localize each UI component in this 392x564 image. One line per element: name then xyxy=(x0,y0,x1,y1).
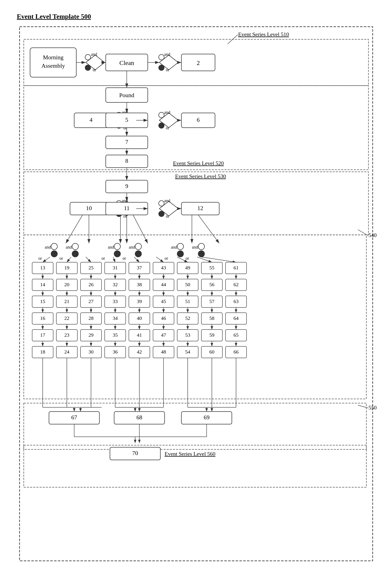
svg-text:27: 27 xyxy=(89,299,94,304)
svg-text:34: 34 xyxy=(113,315,118,321)
svg-text:26: 26 xyxy=(89,282,94,287)
svg-text:29: 29 xyxy=(89,332,94,338)
svg-line-116 xyxy=(43,257,50,262)
svg-text:56: 56 xyxy=(209,282,214,287)
svg-line-152 xyxy=(86,257,91,262)
svg-text:33: 33 xyxy=(113,299,118,304)
svg-text:30: 30 xyxy=(89,349,94,354)
svg-line-91 xyxy=(198,215,219,243)
svg-text:64: 64 xyxy=(233,315,239,321)
svg-text:36: 36 xyxy=(113,349,118,354)
svg-text:or: or xyxy=(166,214,169,218)
svg-text:63: 63 xyxy=(233,299,239,304)
svg-text:13: 13 xyxy=(40,265,45,270)
main-diagram: Event Series Level 510 Morning Assembly … xyxy=(17,25,375,563)
svg-line-89 xyxy=(133,215,148,243)
svg-text:10: 10 xyxy=(86,205,92,211)
svg-text:61: 61 xyxy=(233,265,239,270)
svg-text:66: 66 xyxy=(233,349,239,354)
page-title: Event Level Template 500 xyxy=(17,13,375,20)
svg-point-76 xyxy=(159,211,164,217)
svg-point-110 xyxy=(177,251,184,257)
svg-text:and: and xyxy=(66,245,72,249)
svg-text:19: 19 xyxy=(64,265,69,270)
svg-point-10 xyxy=(85,65,91,70)
svg-rect-278 xyxy=(24,403,366,449)
svg-text:20: 20 xyxy=(64,282,69,287)
svg-text:16: 16 xyxy=(40,315,45,321)
svg-text:and: and xyxy=(164,52,170,56)
svg-text:28: 28 xyxy=(89,315,94,321)
svg-text:and: and xyxy=(164,198,170,203)
svg-text:Event Series Level 520: Event Series Level 520 xyxy=(173,160,224,166)
svg-text:68: 68 xyxy=(136,414,142,421)
svg-text:67: 67 xyxy=(71,414,77,421)
svg-text:15: 15 xyxy=(40,299,45,304)
svg-point-45 xyxy=(159,123,164,128)
svg-line-260 xyxy=(201,257,236,262)
svg-text:48: 48 xyxy=(161,349,166,354)
svg-text:and: and xyxy=(171,245,177,249)
svg-point-9 xyxy=(85,55,91,60)
svg-text:8: 8 xyxy=(125,157,128,164)
svg-text:39: 39 xyxy=(137,299,142,304)
svg-point-101 xyxy=(114,243,121,250)
svg-text:70: 70 xyxy=(132,450,138,456)
svg-point-114 xyxy=(198,251,204,257)
svg-text:50: 50 xyxy=(185,282,190,287)
svg-line-170 xyxy=(113,257,115,262)
svg-text:59: 59 xyxy=(209,332,214,338)
svg-text:51: 51 xyxy=(185,299,190,304)
svg-line-134 xyxy=(67,257,71,262)
svg-text:and: and xyxy=(164,110,170,115)
svg-text:or: or xyxy=(166,68,169,72)
svg-point-105 xyxy=(135,243,141,250)
svg-text:44: 44 xyxy=(161,282,166,287)
svg-text:9: 9 xyxy=(125,183,128,189)
svg-point-106 xyxy=(135,251,141,257)
svg-text:and: and xyxy=(45,245,51,249)
svg-text:and: and xyxy=(129,245,135,249)
svg-text:12: 12 xyxy=(197,205,203,211)
svg-text:Event Series Level 530: Event Series Level 530 xyxy=(175,173,226,179)
svg-text:62: 62 xyxy=(233,282,239,287)
svg-text:25: 25 xyxy=(89,265,94,270)
svg-point-75 xyxy=(159,201,164,206)
svg-text:or: or xyxy=(59,256,63,261)
svg-text:22: 22 xyxy=(64,315,69,321)
svg-text:Clean: Clean xyxy=(119,59,134,66)
svg-text:Morning: Morning xyxy=(43,54,64,61)
svg-text:6: 6 xyxy=(197,116,200,123)
svg-text:or: or xyxy=(122,256,126,261)
svg-text:32: 32 xyxy=(113,282,118,287)
svg-text:55: 55 xyxy=(209,265,214,270)
svg-point-98 xyxy=(72,251,78,257)
svg-text:23: 23 xyxy=(64,332,69,338)
svg-text:69: 69 xyxy=(204,414,210,421)
event-series-510-label: Event Series Level 510 xyxy=(238,31,289,37)
svg-text:52: 52 xyxy=(185,315,190,321)
svg-text:57: 57 xyxy=(209,299,214,304)
svg-text:18: 18 xyxy=(40,349,45,354)
svg-text:Assembly: Assembly xyxy=(41,62,65,69)
svg-line-242 xyxy=(197,257,212,262)
svg-text:14: 14 xyxy=(40,282,45,287)
svg-text:7: 7 xyxy=(125,139,128,145)
svg-text:or: or xyxy=(93,68,96,72)
svg-text:24: 24 xyxy=(64,349,69,354)
svg-text:38: 38 xyxy=(137,282,142,287)
svg-text:4: 4 xyxy=(90,116,93,123)
svg-text:54: 54 xyxy=(185,349,190,354)
svg-text:550: 550 xyxy=(368,405,377,411)
svg-text:21: 21 xyxy=(64,299,69,304)
svg-rect-2 xyxy=(20,27,373,561)
svg-text:47: 47 xyxy=(161,332,166,338)
svg-point-113 xyxy=(198,243,204,250)
svg-text:or: or xyxy=(186,256,189,261)
svg-text:5: 5 xyxy=(125,116,128,123)
svg-text:11: 11 xyxy=(124,205,129,211)
svg-text:37: 37 xyxy=(137,265,142,270)
svg-text:or: or xyxy=(166,126,169,130)
svg-point-19 xyxy=(159,65,164,70)
svg-point-97 xyxy=(72,243,78,250)
